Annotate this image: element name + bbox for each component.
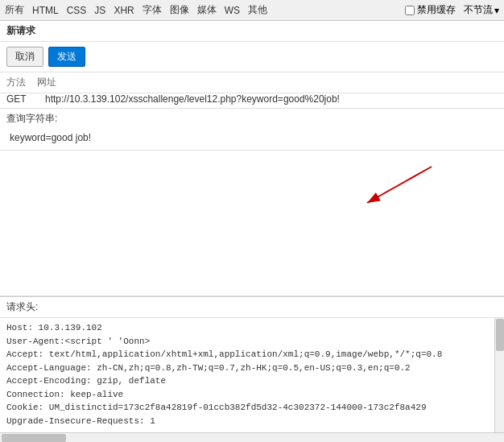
- toolbar-item-image[interactable]: 图像: [170, 3, 189, 17]
- headers-text: Host: 10.3.139.102 User-Agent:<script ' …: [6, 321, 493, 428]
- h-scrollbar-thumb[interactable]: [2, 434, 66, 442]
- toolbar-item-all[interactable]: 所有: [5, 3, 24, 17]
- throttle-select-group[interactable]: 不节流 ▾: [464, 3, 499, 17]
- toolbar-item-ws[interactable]: WS: [225, 5, 240, 16]
- query-value: keyword=good job!: [6, 129, 498, 147]
- toolbar-item-xhr[interactable]: XHR: [114, 5, 134, 16]
- method-url-values: GET http://10.3.139.102/xsschallenge/lev…: [0, 93, 504, 109]
- method-label: 方法: [6, 76, 31, 89]
- main-container: 所有 HTML CSS JS XHR 字体 图像 媒体 WS 其他 禁用缓存 不…: [0, 0, 504, 442]
- arrow-icon: [343, 159, 440, 215]
- toolbar: 所有 HTML CSS JS XHR 字体 图像 媒体 WS 其他 禁用缓存 不…: [0, 0, 504, 21]
- query-section: 查询字符串: keyword=good job!: [0, 109, 504, 151]
- scrollbar-thumb[interactable]: [496, 319, 504, 351]
- toolbar-item-html[interactable]: HTML: [32, 5, 59, 16]
- send-button[interactable]: 发送: [48, 47, 85, 67]
- disable-cache-checkbox-group: 禁用缓存: [405, 3, 456, 17]
- arrow-area: [0, 151, 504, 296]
- method-url-row: 方法 网址: [0, 72, 504, 93]
- toolbar-item-media[interactable]: 媒体: [197, 3, 217, 17]
- horizontal-scrollbar[interactable]: [0, 432, 504, 442]
- headers-section: 请求头: Host: 10.3.139.102 User-Agent:<scri…: [0, 296, 504, 442]
- cancel-button[interactable]: 取消: [6, 47, 43, 67]
- headers-content[interactable]: Host: 10.3.139.102 User-Agent:<script ' …: [0, 318, 504, 432]
- url-label: 网址: [37, 76, 57, 89]
- throttle-label: 不节流: [464, 3, 493, 17]
- disable-cache-label: 禁用缓存: [417, 3, 456, 17]
- toolbar-item-font[interactable]: 字体: [143, 3, 162, 17]
- disable-cache-checkbox[interactable]: [405, 6, 415, 15]
- query-label: 查询字符串:: [6, 112, 498, 126]
- toolbar-item-other[interactable]: 其他: [248, 3, 267, 17]
- toolbar-item-css[interactable]: CSS: [67, 5, 87, 16]
- button-row: 取消 发送: [0, 42, 504, 72]
- new-request-title: 新请求: [0, 21, 504, 42]
- throttle-arrow-icon: ▾: [494, 5, 499, 16]
- vertical-scrollbar[interactable]: [494, 318, 504, 432]
- url-value: http://10.3.139.102/xsschallenge/level12…: [45, 93, 498, 105]
- svg-line-1: [367, 167, 432, 203]
- toolbar-item-js[interactable]: JS: [94, 5, 105, 16]
- method-value: GET: [6, 93, 39, 105]
- content-area: 新请求 取消 发送 方法 网址 GET http://10.3.139.102/…: [0, 21, 504, 442]
- headers-title: 请求头:: [0, 297, 504, 318]
